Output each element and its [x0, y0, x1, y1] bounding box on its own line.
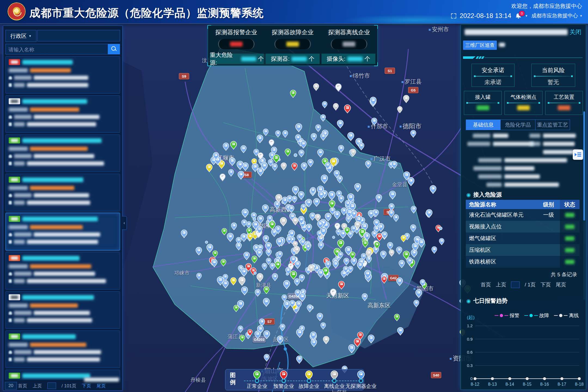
map-pin[interactable] — [264, 354, 270, 361]
map-pin[interactable] — [344, 105, 351, 113]
next-page-button[interactable]: 下页 — [541, 281, 551, 288]
next-page-button[interactable]: 下页 — [82, 383, 91, 389]
map-pin[interactable] — [401, 235, 406, 242]
map-pin[interactable] — [335, 84, 341, 91]
map-pin[interactable] — [222, 228, 227, 235]
map-pin[interactable] — [272, 164, 277, 171]
map-pin[interactable] — [318, 270, 324, 277]
map-pin[interactable] — [321, 175, 328, 183]
map-pin[interactable] — [416, 289, 422, 298]
map-pin[interactable] — [397, 106, 402, 113]
map-pin[interactable] — [316, 125, 321, 132]
map-pin[interactable] — [391, 161, 397, 169]
map-pin[interactable] — [393, 215, 399, 222]
map-pin[interactable] — [294, 278, 300, 286]
map-pin[interactable] — [231, 278, 236, 285]
map-pin[interactable] — [318, 242, 324, 250]
map-pin[interactable] — [426, 209, 432, 218]
map-pin[interactable] — [397, 327, 403, 335]
map-pin[interactable] — [387, 242, 393, 250]
map-pin[interactable] — [282, 295, 287, 301]
map-pin[interactable] — [323, 336, 329, 344]
table-row[interactable]: 视频接入点位 — [466, 221, 580, 232]
map-pin[interactable] — [317, 313, 323, 321]
map-pin[interactable] — [333, 103, 338, 110]
map-pin[interactable] — [346, 216, 351, 223]
map-pin[interactable] — [299, 275, 305, 282]
map-pin[interactable] — [264, 331, 270, 339]
map-pin[interactable] — [411, 249, 417, 257]
map-pin[interactable] — [220, 174, 225, 181]
first-page-button[interactable]: 首页 — [480, 281, 491, 288]
map-pin[interactable] — [196, 247, 202, 255]
last-page-button[interactable]: 尾页 — [556, 281, 566, 288]
company-list-item[interactable] — [5, 174, 120, 211]
map-dot-marker[interactable] — [253, 218, 256, 221]
map-pin[interactable] — [259, 319, 265, 326]
map-pin[interactable] — [439, 238, 444, 245]
map-pin[interactable] — [227, 233, 234, 241]
map-pin[interactable] — [307, 305, 313, 312]
company-list-item[interactable] — [5, 134, 120, 172]
map-pin[interactable] — [283, 130, 288, 137]
map-pin[interactable] — [399, 260, 405, 268]
map-pin[interactable] — [281, 163, 286, 170]
map-pin[interactable] — [366, 250, 372, 257]
map-pin[interactable] — [341, 208, 347, 215]
map-pin[interactable] — [212, 259, 217, 267]
company-list-item[interactable] — [5, 213, 120, 250]
region-filter-dropdown[interactable]: 行政区 ▼ — [5, 30, 36, 42]
map-pin[interactable] — [290, 90, 296, 98]
map-pin[interactable] — [222, 280, 228, 288]
map-pin[interactable] — [362, 293, 367, 301]
map-pin[interactable] — [293, 218, 298, 225]
map-pin[interactable] — [301, 141, 306, 148]
map-pin[interactable] — [262, 205, 268, 213]
map-pin[interactable] — [403, 95, 409, 103]
close-button[interactable]: 关闭 — [569, 28, 581, 36]
map-pin[interactable] — [317, 149, 323, 157]
notification-bell-icon[interactable]: 0 — [516, 13, 521, 19]
map-pin[interactable] — [430, 185, 436, 194]
page-number-input[interactable] — [47, 382, 56, 389]
map-pin[interactable] — [355, 183, 361, 192]
map-pin[interactable] — [285, 149, 291, 156]
map-pin[interactable] — [269, 139, 274, 146]
map-pin[interactable] — [306, 224, 312, 232]
map-pin[interactable] — [337, 120, 343, 128]
map-pin[interactable] — [221, 259, 226, 266]
map-pin[interactable] — [206, 164, 212, 172]
map-pin[interactable] — [329, 191, 335, 200]
map-pin[interactable] — [330, 289, 336, 297]
map-pin[interactable] — [372, 231, 377, 238]
map-pin[interactable] — [299, 150, 304, 157]
page-number-input[interactable] — [511, 281, 520, 288]
map-pin[interactable] — [272, 274, 278, 281]
last-page-button[interactable]: 尾页 — [97, 383, 106, 389]
map-pin[interactable] — [320, 115, 326, 121]
map-pin[interactable] — [344, 258, 349, 265]
map-pin[interactable] — [317, 221, 323, 228]
table-row[interactable]: 燃气储罐区 — [466, 232, 580, 244]
map-pin[interactable] — [265, 243, 272, 251]
map-pin[interactable] — [368, 210, 374, 218]
map-pin[interactable] — [333, 261, 338, 268]
map-dot-marker[interactable] — [254, 272, 256, 274]
first-page-button[interactable]: 首页 — [18, 383, 27, 389]
map-pin[interactable] — [273, 155, 280, 163]
search-input[interactable]: 请输入名称 — [5, 44, 120, 54]
map-pin[interactable] — [240, 335, 245, 342]
map-pin[interactable] — [365, 161, 371, 168]
map-pin[interactable] — [255, 289, 261, 296]
map-pin[interactable] — [334, 211, 340, 219]
map-pin[interactable] — [252, 256, 257, 263]
map-pin[interactable] — [329, 200, 335, 209]
map-pin[interactable] — [292, 163, 297, 170]
map-pin[interactable] — [368, 335, 374, 343]
map-pin[interactable] — [308, 160, 313, 167]
map-pin[interactable] — [338, 240, 344, 248]
map-pin[interactable] — [322, 101, 327, 108]
company-list-item[interactable] — [5, 252, 120, 290]
map-dot-marker[interactable] — [439, 227, 442, 230]
map-pin[interactable] — [359, 143, 364, 150]
